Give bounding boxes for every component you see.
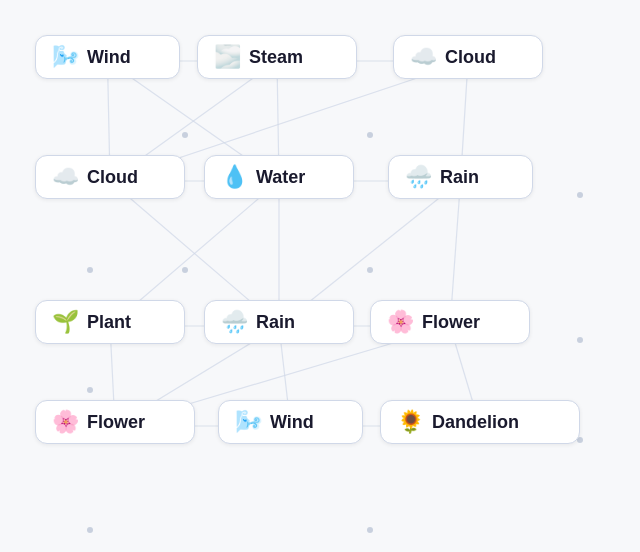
decorative-dot [367,132,373,138]
decorative-dot [182,132,188,138]
decorative-dot [577,337,583,343]
canvas: 🌬️Wind🌫️Steam☁️Cloud☁️Cloud💧Water🌧️Rain🌱… [0,0,640,552]
node-plant[interactable]: 🌱Plant [35,300,185,344]
node-icon: 🌧️ [221,311,248,333]
node-icon: 🌱 [52,311,79,333]
decorative-dot [577,192,583,198]
node-label: Cloud [445,47,496,68]
node-cloud1[interactable]: ☁️Cloud [393,35,543,79]
node-flower2[interactable]: 🌸Flower [35,400,195,444]
node-label: Flower [87,412,145,433]
node-icon: 🌻 [397,411,424,433]
node-label: Wind [270,412,314,433]
decorative-dot [367,527,373,533]
node-label: Dandelion [432,412,519,433]
decorative-dot [182,267,188,273]
node-label: Plant [87,312,131,333]
node-wind2[interactable]: 🌬️Wind [218,400,363,444]
node-steam[interactable]: 🌫️Steam [197,35,357,79]
node-icon: 🌧️ [405,166,432,188]
decorative-dot [87,527,93,533]
node-water[interactable]: 💧Water [204,155,354,199]
node-label: Flower [422,312,480,333]
node-rain2[interactable]: 🌧️Rain [204,300,354,344]
connection-lines [0,0,640,552]
decorative-dot [367,267,373,273]
node-wind1[interactable]: 🌬️Wind [35,35,180,79]
node-icon: 🌬️ [52,46,79,68]
node-label: Cloud [87,167,138,188]
node-icon: 🌸 [52,411,79,433]
decorative-dot [87,267,93,273]
decorative-dot [87,387,93,393]
node-label: Water [256,167,305,188]
node-dandelion[interactable]: 🌻Dandelion [380,400,580,444]
node-label: Steam [249,47,303,68]
node-rain1[interactable]: 🌧️Rain [388,155,533,199]
node-flower1[interactable]: 🌸Flower [370,300,530,344]
node-label: Wind [87,47,131,68]
node-icon: ☁️ [52,166,79,188]
node-icon: 🌫️ [214,46,241,68]
node-icon: ☁️ [410,46,437,68]
node-icon: 🌸 [387,311,414,333]
node-icon: 🌬️ [235,411,262,433]
node-label: Rain [256,312,295,333]
node-icon: 💧 [221,166,248,188]
node-label: Rain [440,167,479,188]
node-cloud2[interactable]: ☁️Cloud [35,155,185,199]
